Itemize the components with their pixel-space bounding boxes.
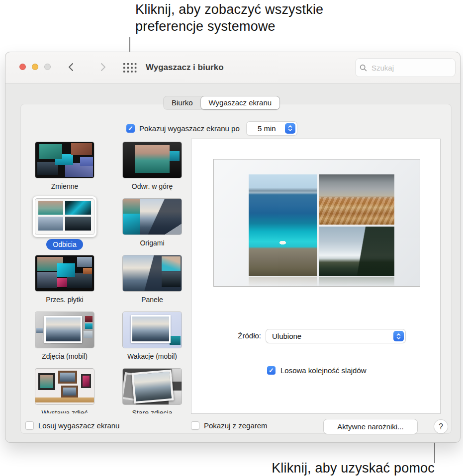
screensaver-thumbnail-image [123,369,182,404]
screensaver-list: ZmienneOdwr. w góręOdbiciaOrigamiPrzes. … [21,140,196,413]
screensaver-item-label: Zdjęcia (mobil) [42,352,88,361]
random-saver-label: Losuj wygaszacz ekranu [38,421,119,430]
random-slides-checkbox[interactable]: ✓ [267,366,276,375]
window-title: Wygaszacz i biurko [146,63,224,73]
screensaver-item-label: Stare zdjęcia [132,408,173,413]
screensaver-item[interactable]: Zdjęcia (mobil) [21,310,108,366]
screensaver-item[interactable]: Przes. płytki [21,253,108,310]
search-icon [360,64,367,72]
screenshot-stage: Kliknij, aby zobaczyć wszystkie preferen… [0,0,463,476]
show-saver-label: Pokazuj wygaszacz ekranu po [139,124,240,133]
screensaver-item-label: Odwr. w górę [132,182,173,191]
preview-reflection [319,277,394,287]
screensaver-thumbnail-image [35,369,94,404]
screensaver-thumbnail-image [123,312,182,348]
screensaver-thumbnail[interactable] [120,196,184,237]
preview-photo-foggy-forest [319,227,394,276]
screensaver-item[interactable]: Wakacje (mobil) [108,310,196,366]
source-popup-button[interactable]: Ulubione [266,329,405,343]
minimize-window-button[interactable] [32,64,38,70]
screensaver-item[interactable]: Origami [108,196,196,253]
screensaver-thumbnail-image [35,255,94,291]
random-slides-label: Losowa kolejność slajdów [280,366,367,375]
top-callout-line2: preferencje systemowe [135,18,323,35]
preview-photo-sea-boat [249,174,317,276]
popup-stepper-icon [285,123,295,134]
preview-reflection [249,277,317,287]
show-saver-checkbox[interactable]: ✓ [126,124,135,133]
screensaver-item[interactable]: Odbicia [21,196,108,253]
source-row: Źródło: Ulubione [191,329,440,343]
screensaver-item[interactable]: Zmienne [21,140,108,196]
screensaver-item[interactable]: Panele [108,253,196,310]
tab-item[interactable]: Wygaszacz ekranu [201,96,280,109]
screensaver-thumbnail[interactable] [120,310,184,350]
show-clock-label: Pokazuj z zegarem [204,421,268,430]
help-button[interactable]: ? [434,420,448,433]
show-all-preferences-grid-icon[interactable] [123,63,137,73]
check-icon: ✓ [126,124,135,133]
show-clock-checkbox[interactable]: ✓ [191,421,199,430]
screensaver-item[interactable]: Odwr. w górę [108,140,196,196]
search-field[interactable] [356,59,455,77]
popup-stepper-icon [393,331,404,341]
random-saver-row: ✓ Losuj wygaszacz ekranu [25,421,119,430]
screensaver-thumbnail-image [35,142,94,178]
screensaver-preview [213,159,420,287]
tab-group: BiurkoWygaszacz ekranu [164,96,279,109]
delay-popup-value: 5 min [247,124,285,133]
screensaver-item[interactable]: Wystawa zdjęć [21,366,108,413]
screensaver-thumbnail[interactable] [120,140,184,180]
screensaver-item-label: Origami [140,238,164,247]
screensaver-thumbnail[interactable] [120,366,184,407]
screensaver-thumbnail[interactable] [120,253,184,294]
preview-photo-desert-rocks [319,174,394,225]
close-window-button[interactable] [19,64,26,70]
forward-button[interactable] [99,63,106,72]
show-clock-row: ✓ Pokazuj z zegarem [191,421,268,430]
screensaver-thumbnail-image [123,255,182,291]
screensaver-item-label: Wystawa zdjęć [41,408,88,413]
hot-corners-button[interactable]: Aktywne narożniki... [324,419,417,434]
screensaver-thumbnail-image [123,142,182,178]
random-saver-checkbox[interactable]: ✓ [25,421,34,430]
screensaver-thumbnail[interactable] [33,366,96,407]
screensaver-item-label: Wakacje (mobil) [127,352,177,361]
screensaver-thumbnail[interactable] [33,196,96,237]
source-label: Źródło: [191,331,261,340]
screensaver-item-label: Odbicia [46,239,83,250]
top-callout-line1: Kliknij, aby zobaczyć wszystkie [135,1,323,18]
screensaver-thumbnail-image [123,199,182,235]
delay-popup-button[interactable]: 5 min [247,122,297,135]
show-saver-row: ✓ Pokazuj wygaszacz ekranu po 5 min [126,121,297,135]
screensaver-thumbnail[interactable] [33,140,96,180]
screensaver-thumbnail-image [35,199,94,235]
bottom-callout-text: Kliknij, aby uzyskać pomoc [272,460,435,476]
back-button[interactable] [68,63,75,72]
search-input[interactable] [370,63,445,73]
screensaver-options-panel: Źródło: Ulubione ✓ Losowa kolejność slaj… [191,139,441,414]
screensaver-thumbnail[interactable] [33,253,96,294]
check-icon: ✓ [267,366,276,375]
screensaver-item[interactable]: Stare zdjęcia [108,366,196,413]
system-preferences-window: Wygaszacz i biurko BiurkoWygaszacz ekran… [5,52,461,443]
tab-item[interactable]: Biurko [164,96,201,109]
titlebar: Wygaszacz i biurko [5,52,460,83]
random-slides-row: ✓ Losowa kolejność slajdów [267,366,367,375]
zoom-window-button[interactable] [44,64,51,70]
screensaver-item-label: Panele [141,295,163,304]
source-popup-value: Ulubione [266,332,393,340]
screensaver-thumbnail-image [35,312,94,348]
screensaver-item-label: Przes. płytki [46,295,83,304]
screensaver-thumbnail[interactable] [33,310,96,350]
screensaver-item-label: Zmienne [51,182,78,191]
top-callout-text: Kliknij, aby zobaczyć wszystkie preferen… [135,1,323,35]
